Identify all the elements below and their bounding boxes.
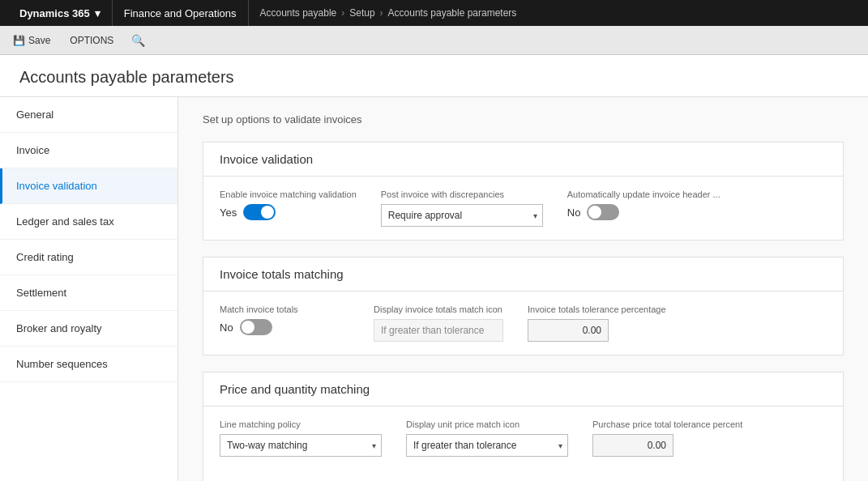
price-quantity-title: Price and quantity matching	[203, 372, 843, 407]
toggle-knob-3	[242, 321, 254, 334]
dynamics365-chevron: ▾	[95, 7, 100, 19]
section-intro: Set up options to validate invoices	[203, 113, 844, 126]
display-match-icon-value: If greater than tolerance	[374, 319, 503, 342]
save-icon: 💾	[13, 35, 25, 46]
purchase-price-pct-input[interactable]	[592, 434, 673, 457]
search-button[interactable]: 🔍	[128, 31, 148, 50]
enable-matching-value: Yes	[220, 206, 237, 219]
enable-matching-toggle[interactable]	[243, 204, 276, 220]
match-totals-toggle[interactable]	[240, 319, 272, 335]
line-matching-policy-value: Two-way matching	[227, 440, 307, 451]
invoice-validation-body: Enable invoice matching validation Yes P…	[203, 177, 843, 240]
save-label: Save	[28, 35, 50, 46]
line-matching-policy-label: Line matching policy	[220, 419, 382, 429]
auto-update-label: Automatically update invoice header ...	[567, 189, 720, 199]
display-match-icon-group: Display invoice totals match icon If gre…	[374, 304, 503, 342]
invoice-validation-section: Invoice validation Enable invoice matchi…	[203, 142, 844, 240]
post-invoice-dropdown[interactable]: Require approval	[381, 204, 543, 227]
display-unit-price-dropdown[interactable]: If greater than tolerance	[406, 434, 568, 457]
dynamics365-menu[interactable]: Dynamics 365 ▾	[8, 0, 113, 26]
main-layout: General Invoice Invoice validation Ledge…	[0, 97, 868, 481]
toggle-knob	[261, 206, 274, 219]
line-matching-policy-group: Line matching policy Two-way matching	[220, 419, 382, 457]
auto-update-value: No	[567, 206, 581, 219]
sidebar-item-general[interactable]: General	[0, 97, 177, 133]
price-quantity-section: Price and quantity matching Line matchin…	[203, 372, 844, 481]
post-invoice-value: Require approval	[388, 210, 462, 221]
enable-matching-group: Enable invoice matching validation Yes	[220, 189, 357, 227]
post-invoice-label: Post invoice with discrepancies	[381, 189, 543, 199]
match-totals-group: Match invoice totals No	[220, 304, 349, 342]
top-navigation: Dynamics 365 ▾ Finance and Operations Ac…	[0, 0, 868, 26]
display-unit-price-chevron	[558, 441, 562, 450]
tolerance-pct-group: Invoice totals tolerance percentage	[528, 304, 666, 342]
purchase-price-pct-group: Purchase price total tolerance percent	[592, 419, 742, 457]
display-unit-price-label: Display unit price match icon	[406, 419, 568, 429]
line-matching-policy-dropdown[interactable]: Two-way matching	[220, 434, 382, 457]
invoice-totals-fields: Match invoice totals No Display invoice …	[220, 304, 827, 342]
sidebar-item-broker-royalty[interactable]: Broker and royalty	[0, 311, 177, 347]
line-matching-chevron	[372, 441, 376, 450]
price-quantity-body: Line matching policy Two-way matching Di…	[203, 407, 843, 481]
post-invoice-group: Post invoice with discrepancies Require …	[381, 189, 543, 227]
auto-update-toggle[interactable]	[587, 204, 619, 220]
options-button[interactable]: OPTIONS	[65, 32, 118, 49]
toolbar: 💾 Save OPTIONS 🔍	[0, 26, 868, 55]
breadcrumb: Accounts payable › Setup › Accounts paya…	[249, 7, 528, 19]
auto-update-group: Automatically update invoice header ... …	[567, 189, 720, 227]
price-quantity-row1: Line matching policy Two-way matching Di…	[220, 419, 827, 481]
post-invoice-chevron	[533, 211, 537, 220]
sidebar-item-settlement[interactable]: Settlement	[0, 275, 177, 311]
page-title: Accounts payable parameters	[19, 68, 849, 87]
page-header: Accounts payable parameters	[0, 55, 868, 97]
sidebar-item-credit-rating[interactable]: Credit rating	[0, 240, 177, 275]
display-unit-price-group: Display unit price match icon If greater…	[406, 419, 568, 457]
sidebar-item-invoice[interactable]: Invoice	[0, 133, 177, 168]
purchase-price-pct-label: Purchase price total tolerance percent	[592, 419, 742, 429]
invoice-validation-title: Invoice validation	[203, 143, 843, 177]
finops-label: Finance and Operations	[113, 0, 249, 26]
enable-matching-label: Enable invoice matching validation	[220, 189, 357, 199]
invoice-validation-fields: Enable invoice matching validation Yes P…	[220, 189, 827, 227]
sidebar-item-ledger-sales-tax[interactable]: Ledger and sales tax	[0, 204, 177, 240]
sidebar: General Invoice Invoice validation Ledge…	[0, 97, 178, 481]
save-button[interactable]: 💾 Save	[8, 32, 55, 49]
sidebar-item-number-sequences[interactable]: Number sequences	[0, 347, 177, 382]
search-icon: 🔍	[131, 34, 145, 47]
sidebar-item-invoice-validation[interactable]: Invoice validation	[0, 168, 177, 204]
tolerance-pct-label: Invoice totals tolerance percentage	[528, 304, 666, 314]
toggle-knob-2	[588, 206, 601, 219]
match-totals-value: No	[220, 321, 233, 334]
match-totals-label: Match invoice totals	[220, 304, 349, 314]
invoice-totals-body: Match invoice totals No Display invoice …	[203, 292, 843, 355]
dynamics365-label: Dynamics 365	[19, 7, 90, 19]
invoice-totals-section: Invoice totals matching Match invoice to…	[203, 257, 844, 355]
invoice-totals-title: Invoice totals matching	[203, 258, 843, 292]
tolerance-pct-input[interactable]	[528, 319, 609, 342]
display-match-icon-label: Display invoice totals match icon	[374, 304, 503, 314]
display-unit-price-value: If greater than tolerance	[413, 440, 516, 451]
content-area: Set up options to validate invoices Invo…	[178, 97, 868, 481]
options-label: OPTIONS	[70, 35, 113, 46]
